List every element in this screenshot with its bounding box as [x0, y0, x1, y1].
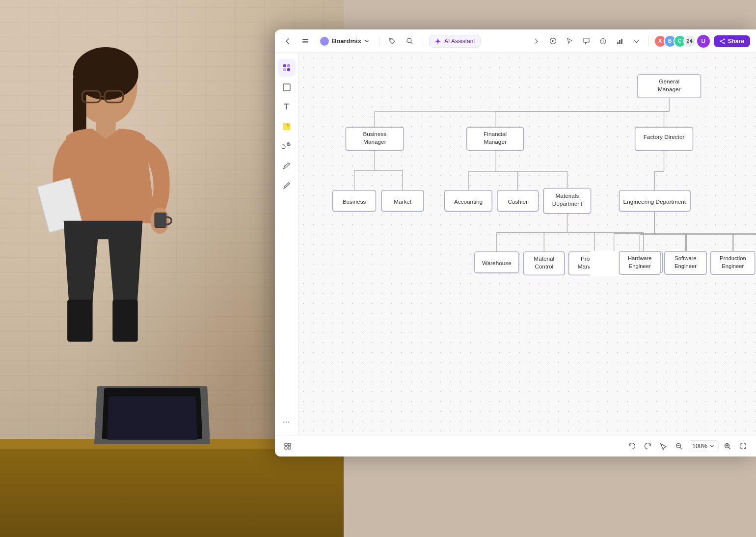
cursor-button[interactable]	[563, 34, 577, 48]
svg-rect-121	[665, 251, 707, 274]
svg-text:Engineer: Engineer	[675, 263, 697, 269]
svg-rect-42	[467, 127, 524, 150]
sidebar-more-button[interactable]: ···	[278, 415, 296, 429]
divider-2	[423, 36, 423, 46]
svg-rect-30	[287, 64, 290, 67]
svg-rect-65	[543, 188, 591, 213]
arrow-cursor-button[interactable]	[656, 439, 670, 453]
bottom-bar: 100%	[275, 435, 756, 456]
svg-rect-31	[283, 68, 286, 71]
ai-assistant-label: AI Assistant	[444, 38, 475, 45]
sidebar-item-templates[interactable]	[278, 59, 296, 77]
share-button[interactable]: Share	[714, 35, 750, 47]
svg-rect-21	[617, 42, 619, 44]
zoom-in-button[interactable]	[721, 439, 734, 453]
svg-rect-33	[283, 84, 290, 91]
svg-rect-80	[524, 252, 565, 275]
svg-rect-73	[619, 190, 690, 212]
comment-button[interactable]	[580, 34, 594, 48]
back-button[interactable]	[281, 34, 295, 48]
svg-rect-141	[285, 447, 287, 449]
search-button[interactable]	[403, 34, 417, 48]
svg-line-17	[411, 42, 412, 44]
svg-rect-11	[112, 299, 137, 342]
next-button[interactable]	[530, 34, 543, 48]
svg-rect-86	[624, 252, 662, 273]
svg-text:Software: Software	[675, 255, 696, 261]
svg-rect-113	[590, 251, 638, 276]
frames-button[interactable]	[281, 439, 295, 453]
sidebar-item-sticky[interactable]	[278, 118, 296, 135]
svg-text:Cashier: Cashier	[508, 198, 528, 205]
canvas[interactable]: General Manager Business Manager Financi…	[298, 53, 756, 435]
svg-text:General: General	[659, 78, 679, 84]
chevron-down-icon	[364, 39, 369, 44]
svg-line-149	[729, 448, 730, 449]
org-chart-connections: General Manager Business Manager Financi…	[298, 53, 756, 435]
svg-rect-116	[711, 251, 756, 276]
menu-button[interactable]	[298, 34, 312, 48]
person-silhouette	[10, 39, 196, 407]
svg-text:Manager: Manager	[363, 138, 386, 145]
undo-button[interactable]	[625, 439, 639, 453]
more-tools-button[interactable]	[630, 34, 644, 48]
timer-button[interactable]	[596, 34, 610, 48]
svg-line-28	[721, 41, 724, 43]
fullscreen-button[interactable]	[736, 439, 750, 453]
svg-text:Factory Director: Factory Director	[644, 134, 685, 140]
sidebar-item-shapes[interactable]	[278, 79, 296, 96]
svg-text:Engineer: Engineer	[675, 263, 698, 269]
divider-3	[648, 36, 649, 46]
svg-text:Engineer: Engineer	[722, 263, 745, 269]
play-button[interactable]	[546, 34, 560, 48]
redo-button[interactable]	[641, 439, 654, 453]
app-window: Boardmix AI Assistant	[275, 29, 756, 456]
zoom-chevron-icon	[709, 444, 714, 449]
tag-button[interactable]	[385, 34, 399, 48]
sidebar-item-pen[interactable]	[278, 157, 296, 175]
toolbar-right: A B C 24 U Share	[530, 34, 750, 49]
sidebar-item-edit[interactable]	[278, 177, 296, 194]
svg-rect-118	[619, 251, 660, 274]
ai-icon	[434, 38, 441, 45]
sidebar-item-diagram[interactable]	[278, 137, 296, 155]
svg-rect-83	[569, 252, 621, 275]
svg-text:Manager: Manager	[484, 138, 507, 145]
zoom-out-button[interactable]	[672, 439, 686, 453]
avatar-group: A B C 24	[654, 35, 696, 48]
svg-rect-34	[283, 123, 290, 130]
svg-rect-94	[591, 252, 634, 275]
user-avatar[interactable]: U	[696, 34, 711, 49]
svg-rect-39	[346, 127, 404, 150]
svg-rect-98	[712, 252, 755, 275]
svg-rect-124	[711, 251, 755, 274]
svg-text:Manager: Manager	[658, 86, 681, 92]
zoom-control[interactable]: 100%	[688, 440, 719, 452]
svg-rect-45	[635, 127, 693, 150]
sidebar-item-text[interactable]: T	[278, 98, 296, 116]
svg-text:Control: Control	[535, 263, 553, 269]
svg-rect-10	[67, 299, 92, 342]
toolbar: Boardmix AI Assistant	[275, 29, 756, 53]
share-icon	[720, 38, 726, 44]
svg-text:Warehouse: Warehouse	[482, 260, 512, 266]
svg-text:Department: Department	[552, 200, 583, 207]
svg-text:Accounting: Accounting	[454, 198, 483, 205]
svg-text:Production: Production	[581, 255, 608, 262]
bottom-bar-left	[281, 439, 295, 453]
svg-line-145	[680, 448, 682, 449]
svg-point-15	[390, 39, 391, 40]
svg-rect-115	[664, 251, 709, 276]
chart-button[interactable]	[613, 34, 627, 48]
ai-assistant-button[interactable]: AI Assistant	[429, 35, 481, 48]
svg-text:Engineering Department: Engineering Department	[623, 198, 686, 205]
svg-rect-14	[302, 42, 308, 43]
svg-rect-32	[287, 68, 290, 71]
svg-rect-101	[591, 252, 637, 275]
brand-logo[interactable]: Boardmix	[316, 35, 373, 48]
svg-rect-29	[283, 64, 286, 67]
svg-text:Business: Business	[343, 198, 366, 205]
divider-1	[379, 36, 379, 46]
svg-rect-53	[333, 190, 376, 212]
sidebar: T	[275, 53, 298, 435]
